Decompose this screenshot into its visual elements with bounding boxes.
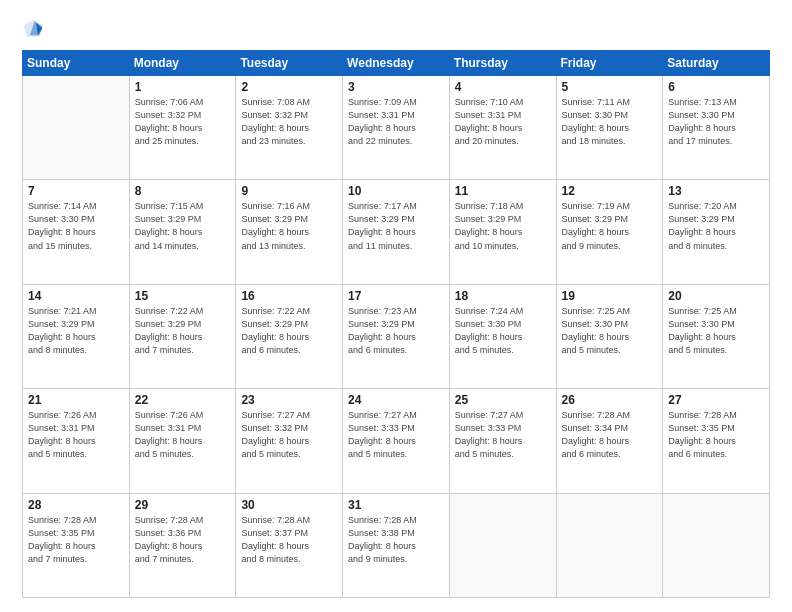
day-info: Sunrise: 7:11 AM Sunset: 3:30 PM Dayligh…: [562, 96, 658, 148]
day-info: Sunrise: 7:14 AM Sunset: 3:30 PM Dayligh…: [28, 200, 124, 252]
header-cell-saturday: Saturday: [663, 51, 770, 76]
header-cell-friday: Friday: [556, 51, 663, 76]
day-info: Sunrise: 7:06 AM Sunset: 3:32 PM Dayligh…: [135, 96, 231, 148]
day-number: 22: [135, 393, 231, 407]
day-info: Sunrise: 7:08 AM Sunset: 3:32 PM Dayligh…: [241, 96, 337, 148]
day-cell: 27Sunrise: 7:28 AM Sunset: 3:35 PM Dayli…: [663, 389, 770, 493]
day-info: Sunrise: 7:22 AM Sunset: 3:29 PM Dayligh…: [241, 305, 337, 357]
day-number: 26: [562, 393, 658, 407]
day-cell: 8Sunrise: 7:15 AM Sunset: 3:29 PM Daylig…: [129, 180, 236, 284]
day-cell: [556, 493, 663, 597]
week-row-3: 21Sunrise: 7:26 AM Sunset: 3:31 PM Dayli…: [23, 389, 770, 493]
day-info: Sunrise: 7:26 AM Sunset: 3:31 PM Dayligh…: [28, 409, 124, 461]
week-row-4: 28Sunrise: 7:28 AM Sunset: 3:35 PM Dayli…: [23, 493, 770, 597]
calendar-body: 1Sunrise: 7:06 AM Sunset: 3:32 PM Daylig…: [23, 76, 770, 598]
day-cell: 9Sunrise: 7:16 AM Sunset: 3:29 PM Daylig…: [236, 180, 343, 284]
day-info: Sunrise: 7:24 AM Sunset: 3:30 PM Dayligh…: [455, 305, 551, 357]
day-info: Sunrise: 7:09 AM Sunset: 3:31 PM Dayligh…: [348, 96, 444, 148]
day-info: Sunrise: 7:25 AM Sunset: 3:30 PM Dayligh…: [668, 305, 764, 357]
day-number: 29: [135, 498, 231, 512]
day-cell: 19Sunrise: 7:25 AM Sunset: 3:30 PM Dayli…: [556, 284, 663, 388]
day-info: Sunrise: 7:28 AM Sunset: 3:35 PM Dayligh…: [668, 409, 764, 461]
day-cell: 12Sunrise: 7:19 AM Sunset: 3:29 PM Dayli…: [556, 180, 663, 284]
calendar-table: SundayMondayTuesdayWednesdayThursdayFrid…: [22, 50, 770, 598]
day-number: 9: [241, 184, 337, 198]
day-cell: 18Sunrise: 7:24 AM Sunset: 3:30 PM Dayli…: [449, 284, 556, 388]
day-cell: 22Sunrise: 7:26 AM Sunset: 3:31 PM Dayli…: [129, 389, 236, 493]
day-info: Sunrise: 7:13 AM Sunset: 3:30 PM Dayligh…: [668, 96, 764, 148]
day-number: 20: [668, 289, 764, 303]
day-number: 4: [455, 80, 551, 94]
day-info: Sunrise: 7:28 AM Sunset: 3:36 PM Dayligh…: [135, 514, 231, 566]
day-cell: 25Sunrise: 7:27 AM Sunset: 3:33 PM Dayli…: [449, 389, 556, 493]
header-row: SundayMondayTuesdayWednesdayThursdayFrid…: [23, 51, 770, 76]
day-cell: 16Sunrise: 7:22 AM Sunset: 3:29 PM Dayli…: [236, 284, 343, 388]
day-number: 5: [562, 80, 658, 94]
week-row-0: 1Sunrise: 7:06 AM Sunset: 3:32 PM Daylig…: [23, 76, 770, 180]
week-row-2: 14Sunrise: 7:21 AM Sunset: 3:29 PM Dayli…: [23, 284, 770, 388]
day-cell: 23Sunrise: 7:27 AM Sunset: 3:32 PM Dayli…: [236, 389, 343, 493]
day-info: Sunrise: 7:25 AM Sunset: 3:30 PM Dayligh…: [562, 305, 658, 357]
day-info: Sunrise: 7:21 AM Sunset: 3:29 PM Dayligh…: [28, 305, 124, 357]
logo-icon: [22, 18, 44, 40]
day-info: Sunrise: 7:27 AM Sunset: 3:32 PM Dayligh…: [241, 409, 337, 461]
day-cell: 17Sunrise: 7:23 AM Sunset: 3:29 PM Dayli…: [343, 284, 450, 388]
day-cell: 13Sunrise: 7:20 AM Sunset: 3:29 PM Dayli…: [663, 180, 770, 284]
day-number: 8: [135, 184, 231, 198]
day-info: Sunrise: 7:16 AM Sunset: 3:29 PM Dayligh…: [241, 200, 337, 252]
day-number: 6: [668, 80, 764, 94]
day-number: 16: [241, 289, 337, 303]
header-cell-tuesday: Tuesday: [236, 51, 343, 76]
header-cell-monday: Monday: [129, 51, 236, 76]
day-number: 23: [241, 393, 337, 407]
day-cell: 11Sunrise: 7:18 AM Sunset: 3:29 PM Dayli…: [449, 180, 556, 284]
day-info: Sunrise: 7:15 AM Sunset: 3:29 PM Dayligh…: [135, 200, 231, 252]
day-number: 15: [135, 289, 231, 303]
day-cell: 26Sunrise: 7:28 AM Sunset: 3:34 PM Dayli…: [556, 389, 663, 493]
day-cell: [23, 76, 130, 180]
day-info: Sunrise: 7:28 AM Sunset: 3:38 PM Dayligh…: [348, 514, 444, 566]
day-cell: 30Sunrise: 7:28 AM Sunset: 3:37 PM Dayli…: [236, 493, 343, 597]
day-cell: 31Sunrise: 7:28 AM Sunset: 3:38 PM Dayli…: [343, 493, 450, 597]
day-number: 12: [562, 184, 658, 198]
day-cell: [663, 493, 770, 597]
day-info: Sunrise: 7:26 AM Sunset: 3:31 PM Dayligh…: [135, 409, 231, 461]
day-info: Sunrise: 7:18 AM Sunset: 3:29 PM Dayligh…: [455, 200, 551, 252]
day-cell: 1Sunrise: 7:06 AM Sunset: 3:32 PM Daylig…: [129, 76, 236, 180]
day-number: 17: [348, 289, 444, 303]
day-cell: 24Sunrise: 7:27 AM Sunset: 3:33 PM Dayli…: [343, 389, 450, 493]
day-number: 21: [28, 393, 124, 407]
day-info: Sunrise: 7:17 AM Sunset: 3:29 PM Dayligh…: [348, 200, 444, 252]
day-cell: 21Sunrise: 7:26 AM Sunset: 3:31 PM Dayli…: [23, 389, 130, 493]
logo: [22, 18, 48, 40]
day-info: Sunrise: 7:10 AM Sunset: 3:31 PM Dayligh…: [455, 96, 551, 148]
day-info: Sunrise: 7:23 AM Sunset: 3:29 PM Dayligh…: [348, 305, 444, 357]
header-cell-wednesday: Wednesday: [343, 51, 450, 76]
day-number: 10: [348, 184, 444, 198]
day-cell: 14Sunrise: 7:21 AM Sunset: 3:29 PM Dayli…: [23, 284, 130, 388]
day-number: 7: [28, 184, 124, 198]
week-row-1: 7Sunrise: 7:14 AM Sunset: 3:30 PM Daylig…: [23, 180, 770, 284]
day-info: Sunrise: 7:28 AM Sunset: 3:34 PM Dayligh…: [562, 409, 658, 461]
header-cell-sunday: Sunday: [23, 51, 130, 76]
page: SundayMondayTuesdayWednesdayThursdayFrid…: [0, 0, 792, 612]
day-number: 3: [348, 80, 444, 94]
day-number: 13: [668, 184, 764, 198]
day-number: 11: [455, 184, 551, 198]
day-cell: 5Sunrise: 7:11 AM Sunset: 3:30 PM Daylig…: [556, 76, 663, 180]
day-info: Sunrise: 7:27 AM Sunset: 3:33 PM Dayligh…: [455, 409, 551, 461]
day-number: 27: [668, 393, 764, 407]
day-number: 1: [135, 80, 231, 94]
day-info: Sunrise: 7:28 AM Sunset: 3:37 PM Dayligh…: [241, 514, 337, 566]
header-cell-thursday: Thursday: [449, 51, 556, 76]
day-info: Sunrise: 7:28 AM Sunset: 3:35 PM Dayligh…: [28, 514, 124, 566]
day-cell: 28Sunrise: 7:28 AM Sunset: 3:35 PM Dayli…: [23, 493, 130, 597]
day-info: Sunrise: 7:19 AM Sunset: 3:29 PM Dayligh…: [562, 200, 658, 252]
day-cell: [449, 493, 556, 597]
day-cell: 15Sunrise: 7:22 AM Sunset: 3:29 PM Dayli…: [129, 284, 236, 388]
day-number: 25: [455, 393, 551, 407]
day-cell: 2Sunrise: 7:08 AM Sunset: 3:32 PM Daylig…: [236, 76, 343, 180]
day-cell: 3Sunrise: 7:09 AM Sunset: 3:31 PM Daylig…: [343, 76, 450, 180]
day-number: 19: [562, 289, 658, 303]
day-number: 30: [241, 498, 337, 512]
